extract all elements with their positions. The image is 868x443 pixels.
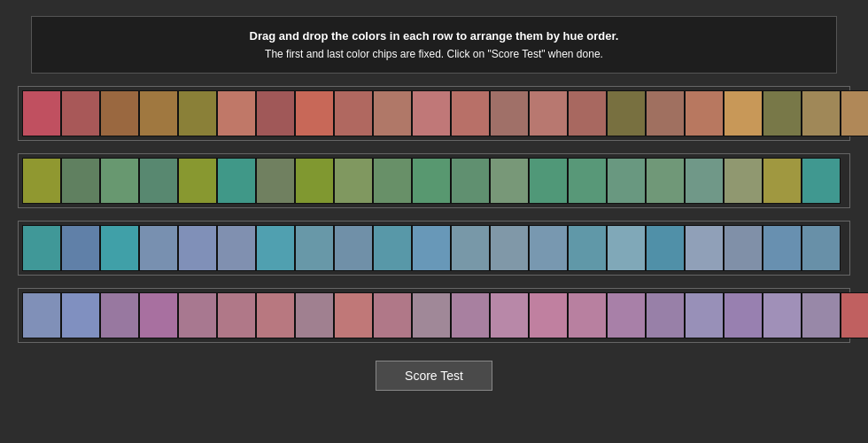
color-chip[interactable] <box>607 158 646 204</box>
color-chip <box>22 158 61 204</box>
color-row-1[interactable] <box>18 86 850 141</box>
color-chip[interactable] <box>412 292 451 338</box>
color-chip[interactable] <box>490 292 529 338</box>
color-chip[interactable] <box>256 158 295 204</box>
color-chip[interactable] <box>646 292 685 338</box>
color-chip <box>841 292 868 338</box>
color-chip[interactable] <box>334 225 373 271</box>
color-chip[interactable] <box>763 158 802 204</box>
color-chip[interactable] <box>724 158 763 204</box>
instruction-line1: Drag and drop the colors in each row to … <box>50 29 818 43</box>
color-chip[interactable] <box>607 225 646 271</box>
color-chip[interactable] <box>568 292 607 338</box>
color-chip[interactable] <box>100 158 139 204</box>
color-chip[interactable] <box>646 225 685 271</box>
color-chip[interactable] <box>295 90 334 136</box>
color-chip[interactable] <box>724 90 763 136</box>
color-chip[interactable] <box>412 158 451 204</box>
color-chip[interactable] <box>490 90 529 136</box>
color-chip[interactable] <box>217 292 256 338</box>
color-chip[interactable] <box>217 158 256 204</box>
color-chip[interactable] <box>334 90 373 136</box>
color-row-2[interactable] <box>18 153 850 208</box>
color-chip[interactable] <box>373 225 412 271</box>
color-chip <box>22 90 61 136</box>
color-chip[interactable] <box>568 158 607 204</box>
color-chip <box>22 225 61 271</box>
color-chip[interactable] <box>490 225 529 271</box>
color-chip[interactable] <box>217 90 256 136</box>
color-chip[interactable] <box>763 225 802 271</box>
color-chip[interactable] <box>100 90 139 136</box>
color-chip[interactable] <box>295 225 334 271</box>
color-chip[interactable] <box>724 225 763 271</box>
color-chip <box>22 292 61 338</box>
color-chip[interactable] <box>685 225 724 271</box>
color-chip[interactable] <box>529 292 568 338</box>
color-chip[interactable] <box>61 90 100 136</box>
color-chip[interactable] <box>334 158 373 204</box>
color-chip[interactable] <box>61 292 100 338</box>
color-chip[interactable] <box>802 90 841 136</box>
color-chip[interactable] <box>256 90 295 136</box>
color-row-3[interactable] <box>18 221 850 276</box>
score-test-button[interactable]: Score Test <box>376 361 492 391</box>
color-chip[interactable] <box>646 90 685 136</box>
color-chip[interactable] <box>61 225 100 271</box>
color-chip[interactable] <box>178 225 217 271</box>
instruction-box: Drag and drop the colors in each row to … <box>31 16 837 74</box>
color-chip[interactable] <box>178 292 217 338</box>
color-chip[interactable] <box>412 225 451 271</box>
color-chip[interactable] <box>178 90 217 136</box>
color-chip[interactable] <box>334 292 373 338</box>
color-chip[interactable] <box>451 225 490 271</box>
color-chip[interactable] <box>451 292 490 338</box>
color-chip[interactable] <box>724 292 763 338</box>
color-chip[interactable] <box>607 90 646 136</box>
color-chip[interactable] <box>529 225 568 271</box>
color-chip[interactable] <box>607 292 646 338</box>
color-chip[interactable] <box>490 158 529 204</box>
color-chip[interactable] <box>373 158 412 204</box>
color-chip[interactable] <box>763 292 802 338</box>
color-chip[interactable] <box>373 292 412 338</box>
color-chip[interactable] <box>685 292 724 338</box>
color-chip <box>802 158 841 204</box>
color-chip[interactable] <box>529 158 568 204</box>
color-chip[interactable] <box>100 225 139 271</box>
color-chip[interactable] <box>685 90 724 136</box>
color-chip[interactable] <box>763 90 802 136</box>
color-chip[interactable] <box>841 90 868 136</box>
color-chip[interactable] <box>178 158 217 204</box>
color-row-4[interactable] <box>18 288 850 343</box>
color-chip[interactable] <box>802 292 841 338</box>
color-chip[interactable] <box>217 225 256 271</box>
color-chip[interactable] <box>568 225 607 271</box>
color-chip[interactable] <box>568 90 607 136</box>
color-chip[interactable] <box>139 90 178 136</box>
color-chip[interactable] <box>412 90 451 136</box>
color-chip[interactable] <box>139 225 178 271</box>
color-chip[interactable] <box>139 292 178 338</box>
color-chip[interactable] <box>61 158 100 204</box>
color-chip <box>802 225 841 271</box>
color-chip[interactable] <box>529 90 568 136</box>
color-chip[interactable] <box>256 292 295 338</box>
color-chip[interactable] <box>139 158 178 204</box>
color-chip[interactable] <box>646 158 685 204</box>
color-chip[interactable] <box>295 292 334 338</box>
color-chip[interactable] <box>373 90 412 136</box>
color-chip[interactable] <box>100 292 139 338</box>
color-chip[interactable] <box>451 90 490 136</box>
instruction-line2: The first and last color chips are fixed… <box>50 48 818 60</box>
color-chip[interactable] <box>685 158 724 204</box>
color-chip[interactable] <box>451 158 490 204</box>
color-chip[interactable] <box>295 158 334 204</box>
color-chip[interactable] <box>256 225 295 271</box>
